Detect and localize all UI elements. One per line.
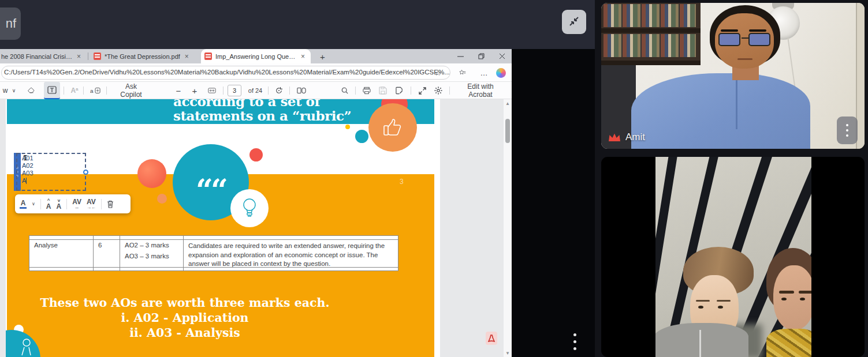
decor-teal-dot	[355, 130, 368, 143]
translate-icon[interactable]: a	[87, 82, 104, 99]
toolbar-divider	[106, 87, 107, 95]
eyebrow	[749, 29, 766, 32]
zoom-in-icon[interactable]: +	[188, 82, 201, 99]
annotation-resize-handle[interactable]	[83, 170, 88, 175]
table-cell-aos: AO2 – 3 marks AO3 – 3 marks	[120, 240, 184, 267]
svg-text:a: a	[90, 88, 94, 94]
delete-annotation-icon[interactable]	[107, 200, 114, 208]
table-cell-marks: 6	[94, 240, 120, 267]
new-tab-button[interactable]: +	[316, 51, 328, 62]
print-icon[interactable]	[359, 82, 374, 99]
text-box-tool-icon[interactable]	[44, 82, 60, 99]
page-number-input[interactable]	[228, 85, 241, 96]
toolbar-divider	[101, 199, 102, 209]
fullscreen-icon[interactable]	[415, 82, 430, 99]
open-in-acrobat-button[interactable]	[486, 332, 497, 345]
figure-outline-icon	[6, 330, 40, 357]
window-close-button[interactable]	[493, 49, 511, 63]
sweater-zip	[699, 330, 701, 357]
share-more-options-button[interactable]	[568, 329, 581, 354]
decrease-spacing-button[interactable]: AV→←	[87, 198, 96, 210]
table-row-analyse: Analyse 6 AO2 – 3 marks AO3 – 3 marks Ca…	[29, 240, 398, 268]
bookshelf-background	[601, 3, 701, 65]
eraser-icon[interactable]	[24, 82, 38, 99]
browser-more-icon[interactable]: …	[477, 66, 491, 80]
ask-copilot-button[interactable]: Ask Copilot	[111, 82, 151, 99]
page-count-label: of 24	[245, 82, 266, 99]
font-color-dropdown-icon[interactable]: ∨	[32, 202, 35, 206]
decor-yellow-dot	[345, 125, 350, 129]
toolbar-divider	[83, 87, 84, 95]
increase-font-button[interactable]: ^A	[46, 198, 51, 210]
tab-financial-crisis[interactable]: he 2008 Financial Crisis.pdf ×	[0, 49, 85, 63]
annotation-toolbar: A ∨ ^A vA AV↔	[15, 194, 131, 213]
window-restore-button[interactable]	[472, 49, 490, 63]
toolbar-divider	[449, 87, 450, 95]
tab-close-icon[interactable]: ×	[184, 53, 190, 60]
slide-footer-text: These two AOs are worth three marks each…	[23, 295, 347, 340]
edge-browser-window: he 2008 Financial Crisis.pdf × *The Grea…	[0, 49, 512, 357]
decor-red-dot	[249, 148, 263, 161]
decor-small-orange-dot	[157, 194, 167, 204]
glasses-lens	[718, 33, 740, 46]
ibeam-cursor: I	[23, 153, 27, 161]
toolbar-divider	[289, 87, 290, 95]
address-bar-row: C:/Users/T14s%20Gen.2/OneDrive/Vidhu%20L…	[0, 63, 512, 82]
video-tile-guests[interactable]	[601, 157, 865, 357]
eyebrow	[721, 29, 738, 32]
draw-dropdown-icon[interactable]: ∨	[9, 82, 18, 99]
lightbulb-icon	[240, 197, 259, 220]
table-row-partial	[29, 268, 398, 271]
scroll-up-icon[interactable]: ▲	[504, 100, 512, 107]
tile-more-options-button[interactable]	[837, 117, 858, 144]
annotation-line: A03	[22, 170, 33, 177]
toolbar-divider	[223, 87, 223, 95]
tab-close-icon[interactable]: ×	[300, 53, 306, 60]
tab-answering-long-questions[interactable]: Imp_Answering Long Questions.p ×	[201, 49, 311, 63]
video-tile-amit[interactable]: Amit	[601, 3, 865, 149]
collapse-arrows-icon	[568, 16, 580, 29]
participant-name: Amit	[625, 131, 645, 143]
eye	[698, 306, 703, 309]
pdf-favicon	[204, 52, 212, 60]
tab-great-depression[interactable]: *The Great Depression.pdf ×	[90, 49, 199, 63]
eyebrow	[779, 291, 794, 294]
favorite-star-icon[interactable]: ☆	[431, 66, 445, 80]
font-color-button[interactable]: A	[20, 200, 27, 209]
participant-shirt	[631, 73, 810, 149]
wall-right	[857, 3, 865, 149]
increase-spacing-button[interactable]: AV↔	[72, 198, 81, 210]
eye	[781, 298, 787, 300]
save-as-icon[interactable]	[392, 82, 407, 99]
decrease-font-button[interactable]: vA	[57, 198, 62, 210]
window-minimize-button[interactable]	[452, 49, 469, 63]
thumbs-up-badge	[368, 103, 417, 152]
save-icon	[375, 82, 390, 99]
copilot-icon[interactable]	[496, 68, 506, 78]
tab-strip: he 2008 Financial Crisis.pdf × *The Grea…	[0, 49, 512, 63]
fit-to-width-icon[interactable]	[204, 82, 219, 99]
pdf-page: according to a set of statements on a “r…	[6, 99, 440, 357]
address-url[interactable]: C:/Users/T14s%20Gen.2/OneDrive/Vidhu%20L…	[4, 69, 450, 76]
page-view-icon[interactable]	[293, 82, 310, 99]
pdf-toolbar: w ∨ Aa a Ask Copilot − +	[0, 82, 512, 99]
corner-app-button[interactable]: nf	[0, 7, 21, 40]
edit-with-acrobat-button[interactable]: Edit with Acrobat	[454, 82, 507, 99]
toolbar-divider	[355, 87, 356, 95]
favorites-bar-icon[interactable]	[456, 66, 470, 80]
pdf-scrollbar[interactable]: ▲ ▼	[504, 99, 512, 357]
slide-heading-line2: statements on a “rubric”	[173, 108, 351, 123]
scrollbar-thumb[interactable]	[505, 119, 510, 143]
tab-close-icon[interactable]: ×	[76, 53, 82, 60]
scroll-down-icon[interactable]: ▼	[504, 350, 512, 356]
shirt-placket	[736, 74, 737, 129]
search-icon[interactable]	[338, 82, 352, 99]
zoom-out-icon[interactable]: −	[172, 82, 185, 99]
tab-title: he 2008 Financial Crisis.pdf	[1, 53, 72, 60]
collapse-share-button[interactable]	[562, 10, 586, 34]
rotate-icon[interactable]	[272, 82, 286, 99]
thumbs-up-icon	[381, 115, 405, 140]
settings-gear-icon[interactable]	[431, 82, 446, 99]
guest2-scarf	[766, 329, 811, 357]
text-caret	[26, 178, 27, 184]
